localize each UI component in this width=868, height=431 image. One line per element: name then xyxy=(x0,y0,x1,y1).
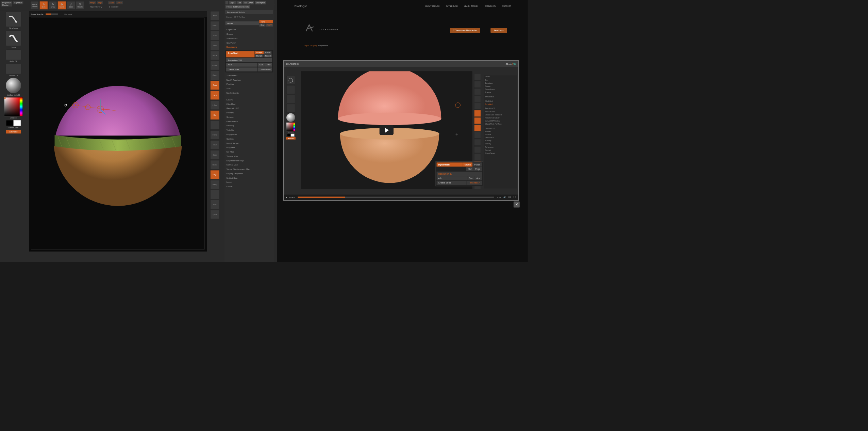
section-texture-map[interactable]: Texture Map xyxy=(224,154,274,158)
section-displacement-map[interactable]: Displacement Map xyxy=(224,158,274,163)
and-button[interactable]: And xyxy=(265,63,272,67)
color-picker[interactable] xyxy=(4,97,23,116)
rtool-l.sym[interactable]: L.Sym xyxy=(210,100,219,110)
edit-button[interactable]: ✎Edit xyxy=(39,1,48,10)
rtool-actual[interactable]: Actual xyxy=(210,51,219,60)
newsletter-button[interactable]: ZClassroom Newsletter xyxy=(450,28,480,33)
section-vector-displacement-map[interactable]: Vector Displacement Map xyxy=(224,167,274,172)
hd-icon[interactable]: HD xyxy=(508,196,511,198)
section-surface[interactable]: Surface xyxy=(224,115,274,119)
nav-buy-zbrush[interactable]: BUY ZBRUSH xyxy=(446,5,458,7)
rtool-scale[interactable]: Scale xyxy=(210,150,219,159)
nav-community[interactable]: COMMUNITY xyxy=(485,5,496,7)
section-preview[interactable]: Preview xyxy=(224,111,274,115)
scrub-play-icon[interactable]: ▶ xyxy=(286,196,287,198)
section-zremesher[interactable]: ZRemesher xyxy=(224,73,274,78)
rtool-floor[interactable]: Floor xyxy=(210,81,219,90)
section-shadowbox[interactable]: ShadowBox xyxy=(224,36,274,41)
fullscreen-icon[interactable]: ⛶ xyxy=(514,196,515,198)
close-lightbox-button[interactable]: ✕ xyxy=(514,202,519,207)
rtool-persp[interactable]: Persp xyxy=(210,71,219,80)
lightbox-button[interactable]: LightBox xyxy=(13,1,24,4)
rtool-zoom[interactable]: Zoom xyxy=(210,41,219,50)
dynamesh-section-header[interactable]: DynaMesh xyxy=(224,45,274,49)
section-unified-skin[interactable]: Unified Skin xyxy=(224,176,274,180)
mrgb-button[interactable]: Mrgb xyxy=(89,1,96,4)
section-claypolish[interactable]: ClayPolish xyxy=(224,41,274,45)
polish-button[interactable]: Polish xyxy=(264,51,271,54)
section-export[interactable]: Export xyxy=(224,185,274,189)
projection-master-button[interactable]: Projection Master xyxy=(1,1,13,7)
sub-button[interactable]: Sub xyxy=(258,63,265,67)
section-masking[interactable]: Masking xyxy=(224,124,274,128)
section-crease[interactable]: Crease xyxy=(224,32,274,36)
video-play-button[interactable] xyxy=(380,125,394,135)
alternate-button[interactable]: Alternate xyxy=(6,130,21,133)
section-meshintegrity[interactable]: MeshIntegrity xyxy=(224,91,274,95)
section-geometry-hd[interactable]: Geometry HD xyxy=(224,106,274,111)
quicksketch-button[interactable]: Quick Sketch xyxy=(31,1,39,10)
section-display-properties[interactable]: Display Properties xyxy=(224,171,274,176)
section-polygroups[interactable]: Polygroups xyxy=(224,132,274,137)
rtool-local[interactable]: Local xyxy=(210,91,219,100)
progress-bar[interactable] xyxy=(298,197,494,198)
add-button[interactable]: Add xyxy=(226,63,257,67)
project-button[interactable]: Project xyxy=(264,54,272,58)
groups-button[interactable]: Groups xyxy=(255,51,264,54)
rtool-scroll[interactable]: Scroll xyxy=(210,31,219,40)
section-visibility[interactable]: Visibility xyxy=(224,128,274,132)
rtool-xpose[interactable]: Xpose xyxy=(210,210,219,219)
nav-learn-zbrush[interactable]: LEARN ZBRUSH xyxy=(464,5,478,7)
section-contact[interactable]: Contact xyxy=(224,137,274,141)
reuv-button[interactable]: ReUV xyxy=(266,23,273,27)
canvas-draw-slider[interactable] xyxy=(46,14,58,15)
rtool-blank[interactable] xyxy=(210,121,219,130)
section-deformation[interactable]: Deformation xyxy=(224,119,274,124)
feedback-button[interactable]: Feedback xyxy=(490,28,507,33)
swatch-white[interactable] xyxy=(14,120,21,126)
rtool-solo[interactable]: Solo xyxy=(210,200,219,209)
divide-button[interactable]: Divide xyxy=(226,21,259,26)
reconstruct-subdiv-button[interactable]: Reconstruct Subdiv xyxy=(225,10,273,14)
section-normal-map[interactable]: Normal Map xyxy=(224,163,274,167)
dynamesh-button[interactable]: DynaMesh xyxy=(226,51,255,57)
scale-button[interactable]: ⤢Scale xyxy=(67,1,75,10)
draw-button[interactable]: ✎Draw xyxy=(49,1,57,10)
alpha-slot[interactable] xyxy=(6,50,21,60)
section-morph-target[interactable]: Morph Target xyxy=(224,141,274,145)
smt-button[interactable]: Smt xyxy=(260,20,273,23)
slice-curve-brush[interactable] xyxy=(6,12,21,27)
section-position[interactable]: Position xyxy=(224,82,274,86)
blur-slider[interactable]: Blur 20 xyxy=(255,54,264,58)
create-shell-button[interactable]: Create Shell xyxy=(226,67,257,71)
rgb-button[interactable]: Rgb xyxy=(97,1,103,4)
convert-bpr[interactable]: Convert BPR To Geo xyxy=(224,15,274,19)
video-scrubber[interactable]: ▶ 02:45 11:26 🔊 HD ⛶ xyxy=(284,195,518,200)
panel-rstr[interactable]: Rstr xyxy=(236,1,242,4)
nav-support[interactable]: SUPPORT xyxy=(502,5,511,7)
panel-cage[interactable]: Cage xyxy=(229,1,235,4)
rtool-frame[interactable]: Frame xyxy=(210,130,219,140)
volume-icon[interactable]: 🔊 xyxy=(503,196,506,198)
rtool-aahalf[interactable]: AAHalf xyxy=(210,61,219,70)
texture-slot[interactable] xyxy=(6,64,21,74)
zsub-button[interactable]: Zsub xyxy=(116,1,123,4)
section-modify-topology[interactable]: Modify Topology xyxy=(224,78,274,82)
matcap-preview[interactable] xyxy=(6,78,21,93)
panel-[interactable] xyxy=(226,1,228,4)
pixologic-logo[interactable]: Pixologic xyxy=(294,4,307,8)
section-edgeloop[interactable]: EdgeLoop xyxy=(224,28,274,32)
rtool-xyz[interactable]: Xyz xyxy=(210,111,219,120)
rtool-transp[interactable]: Transp xyxy=(210,180,219,189)
sphere-model[interactable] xyxy=(46,59,190,224)
panel-freeze-subdivision-levels[interactable]: Freeze SubDivision Levels xyxy=(226,5,250,9)
rtool-move[interactable]: Move xyxy=(210,140,219,149)
rotate-button[interactable]: ⟳Rotate xyxy=(76,1,84,10)
suv-button[interactable]: Suv xyxy=(260,23,265,27)
nav-about-zbrush[interactable]: ABOUT ZBRUSH xyxy=(425,5,440,7)
section-polypaint[interactable]: Polypaint xyxy=(224,145,274,150)
rtool-rotate[interactable]: Rotate xyxy=(210,160,219,170)
section-layers[interactable]: Layers xyxy=(224,97,274,102)
viewport[interactable] xyxy=(31,18,205,250)
curve-stroke[interactable] xyxy=(6,31,21,46)
